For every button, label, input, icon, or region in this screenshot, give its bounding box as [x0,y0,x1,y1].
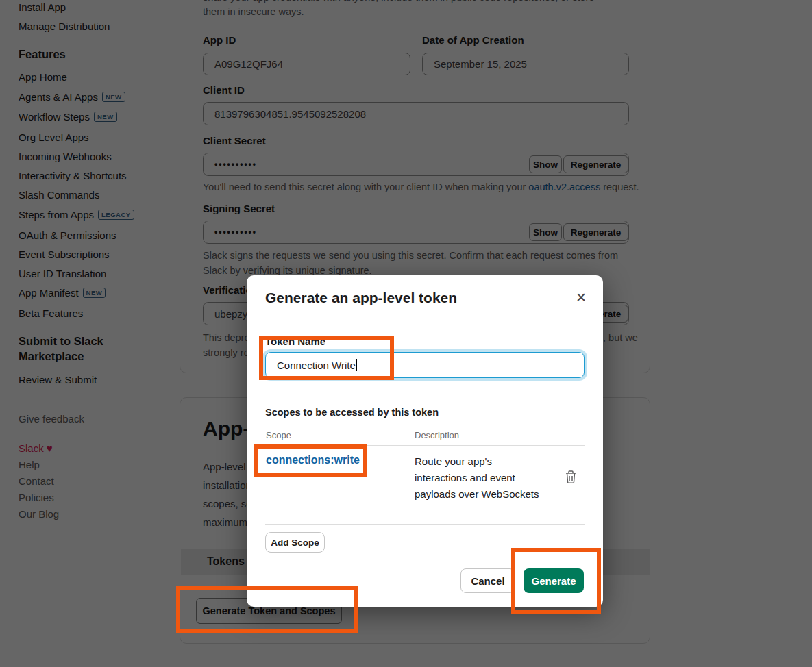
table-divider-top [265,445,585,446]
scope-column-header: Scope [266,430,291,440]
scopes-heading: Scopes to be accessed by this token [265,407,439,418]
close-icon[interactable]: ✕ [576,291,587,304]
generate-app-level-token-modal: Generate an app-level token ✕ Token Name… [247,275,603,607]
token-name-input[interactable]: Connection Write [265,352,585,378]
add-scope-button[interactable]: Add Scope [265,532,325,553]
table-divider-bottom [265,524,585,525]
token-name-value: Connection Write [277,360,356,371]
scope-connections-write-link[interactable]: connections:write [266,454,360,466]
modal-title: Generate an app-level token [265,290,457,306]
slack-app-settings-page: Install App Manage Distribution Features… [0,0,812,667]
scope-description-line1: Route your app's [415,455,492,467]
cancel-button[interactable]: Cancel [460,568,515,593]
generate-button[interactable]: Generate [524,568,584,593]
text-caret [356,359,358,371]
delete-scope-trash-icon[interactable] [565,470,577,486]
description-column-header: Description [415,430,459,440]
token-name-label: Token Name [265,336,325,347]
scope-description-line3: payloads over WebSockets [415,488,539,500]
scope-description-line2: interactions and event [415,472,515,483]
